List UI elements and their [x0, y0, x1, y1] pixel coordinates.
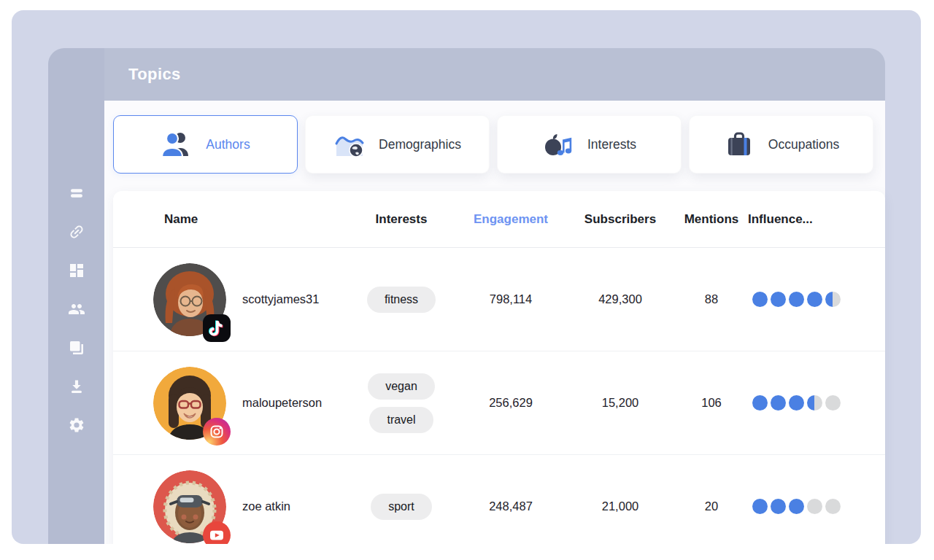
- people-icon[interactable]: [68, 300, 85, 318]
- content-area: Authors Demographics: [104, 101, 885, 544]
- engagement-value: 248,487: [456, 499, 566, 513]
- tab-authors-label: Authors: [206, 137, 250, 152]
- tab-occupations-label: Occupations: [768, 137, 839, 152]
- author-name: scottyjames31: [242, 292, 319, 306]
- influence-rating: [748, 292, 885, 307]
- author-cell: zoe atkin: [113, 470, 347, 543]
- avatar: [153, 367, 226, 440]
- influence-dot: [752, 292, 768, 307]
- engagement-value: 798,114: [456, 292, 566, 306]
- interest-tag: travel: [369, 407, 433, 433]
- column-header-interests[interactable]: Interests: [347, 212, 456, 227]
- menu-icon[interactable]: [68, 184, 85, 202]
- influence-dot: [752, 499, 768, 514]
- tab-interests-label: Interests: [587, 137, 636, 152]
- settings-gear-icon[interactable]: [68, 416, 85, 434]
- influence-dot: [752, 395, 768, 411]
- column-header-influence[interactable]: Influence...: [748, 212, 885, 227]
- influence-dot: [825, 499, 841, 514]
- influence-rating: [748, 499, 885, 514]
- tab-authors[interactable]: Authors: [113, 115, 298, 174]
- influence-dot: [807, 395, 822, 411]
- copy-icon[interactable]: [68, 339, 85, 357]
- interests-icon: [542, 130, 574, 159]
- influence-dot: [807, 499, 822, 514]
- tab-demographics-label: Demographics: [379, 137, 461, 152]
- influence-rating: [748, 395, 885, 411]
- tab-bar: Authors Demographics: [113, 115, 873, 174]
- authors-icon: [161, 130, 193, 159]
- author-name: zoe atkin: [242, 499, 290, 513]
- tab-demographics[interactable]: Demographics: [305, 115, 490, 174]
- influence-dot: [771, 499, 786, 514]
- tab-interests[interactable]: Interests: [497, 115, 682, 174]
- authors-table: Name Interests Engagement Subscribers Me…: [113, 191, 885, 544]
- subscribers-value: 429,300: [566, 292, 675, 306]
- author-cell: scottyjames31: [113, 263, 347, 336]
- influence-dot: [771, 292, 786, 307]
- mentions-value: 20: [675, 499, 748, 513]
- youtube-icon: [203, 521, 231, 545]
- occupations-icon: [723, 130, 755, 159]
- column-header-engagement[interactable]: Engagement: [456, 212, 566, 227]
- instagram-icon: [203, 418, 231, 446]
- engagement-value: 256,629: [456, 396, 566, 410]
- mentions-value: 106: [675, 396, 748, 410]
- page-title: Topics: [128, 65, 181, 84]
- influence-dot: [789, 395, 804, 411]
- dashboard-icon[interactable]: [68, 262, 85, 279]
- header-bar: Topics: [104, 48, 885, 101]
- interest-tag: vegan: [368, 373, 435, 400]
- table-row[interactable]: scottyjames31 fitness 798,114 429,300 88: [113, 248, 885, 351]
- author-cell: maloupeterson: [113, 367, 347, 440]
- tiktok-icon: [203, 314, 231, 342]
- interests-cell: fitness: [347, 287, 456, 313]
- app-canvas: Topics Authors: [12, 10, 921, 544]
- interests-cell: vegan travel: [347, 373, 456, 433]
- download-icon[interactable]: [68, 378, 85, 395]
- influence-dot: [771, 395, 786, 411]
- column-header-name[interactable]: Name: [113, 212, 347, 227]
- interests-cell: sport: [347, 494, 456, 520]
- link-icon[interactable]: [68, 223, 85, 241]
- sidebar: [48, 48, 104, 544]
- subscribers-value: 15,200: [566, 396, 675, 410]
- influence-dot: [789, 292, 804, 307]
- demographics-icon: [333, 130, 366, 159]
- column-header-mentions[interactable]: Mentions: [675, 212, 748, 227]
- table-header-row: Name Interests Engagement Subscribers Me…: [113, 191, 885, 248]
- main-card: Topics Authors: [48, 48, 885, 544]
- mentions-value: 88: [675, 292, 748, 306]
- interest-tag: fitness: [367, 287, 436, 313]
- interest-tag: sport: [371, 494, 432, 520]
- influence-dot: [807, 292, 822, 307]
- table-row[interactable]: zoe atkin sport 248,487 21,000 20: [113, 455, 885, 544]
- avatar: [153, 470, 226, 543]
- table-row[interactable]: maloupeterson vegan travel 256,629 15,20…: [113, 351, 885, 455]
- column-header-subscribers[interactable]: Subscribers: [566, 212, 675, 227]
- avatar: [153, 263, 226, 336]
- influence-dot: [825, 292, 841, 307]
- influence-dot: [825, 395, 841, 411]
- influence-dot: [789, 499, 804, 514]
- subscribers-value: 21,000: [566, 499, 675, 513]
- tab-occupations[interactable]: Occupations: [689, 115, 873, 174]
- author-name: maloupeterson: [242, 396, 322, 410]
